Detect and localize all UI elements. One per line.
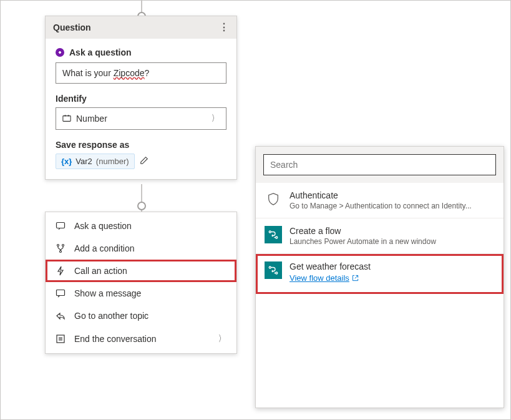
menu-item-go-to-another-topic[interactable]: Go to another topic xyxy=(46,305,236,327)
variable-chip[interactable]: {x} Var2 (number) xyxy=(56,154,135,169)
svg-point-7 xyxy=(269,231,271,233)
ask-question-label-row: Ask a question xyxy=(56,47,226,57)
menu-item-label: Show a message xyxy=(74,288,141,298)
flyout-item-subtitle: Launches Power Automate in a new window xyxy=(290,237,436,246)
flyout-item-title: Authenticate xyxy=(290,190,472,200)
svg-rect-0 xyxy=(63,116,71,122)
add-node-menu: Ask a questionAdd a conditionCall an act… xyxy=(45,212,237,354)
menu-item-label: Ask a question xyxy=(74,221,132,231)
shield-icon xyxy=(265,190,282,208)
menu-item-label: Call an action xyxy=(74,266,127,276)
view-flow-details-link[interactable]: View flow details xyxy=(290,273,359,283)
flyout-search-container xyxy=(256,147,504,183)
flow-icon xyxy=(265,261,282,279)
identify-label: Identify xyxy=(56,94,226,104)
flyout-item-title: Create a flow xyxy=(290,226,436,236)
menu-item-call-an-action[interactable]: Call an action xyxy=(46,260,236,282)
lightning-icon xyxy=(56,266,66,276)
connector-node-mid xyxy=(137,202,146,210)
identify-select[interactable]: Number 〉 xyxy=(56,107,226,130)
action-flyout-panel: AuthenticateGo to Manage > Authenticatio… xyxy=(255,146,504,408)
menu-item-show-a-message[interactable]: Show a message xyxy=(46,282,236,305)
flyout-item-create-a-flow[interactable]: Create a flowLaunches Power Automate in … xyxy=(256,218,504,254)
svg-point-3 xyxy=(62,245,64,247)
chat-icon xyxy=(56,221,66,231)
edit-variable-icon[interactable] xyxy=(140,156,148,167)
svg-rect-5 xyxy=(57,290,65,296)
more-options-icon[interactable]: ⋮ xyxy=(219,22,229,32)
redo-icon xyxy=(56,311,66,321)
message-icon xyxy=(56,288,66,298)
svg-rect-1 xyxy=(57,223,65,228)
flyout-item-title: Get weather forecast xyxy=(290,261,371,271)
svg-point-8 xyxy=(276,237,278,238)
svg-point-9 xyxy=(269,266,271,268)
menu-item-label: End the conversation xyxy=(74,334,157,344)
flyout-item-get-weather-forecast[interactable]: Get weather forecastView flow details xyxy=(256,254,504,294)
ask-question-label: Ask a question xyxy=(69,47,132,57)
flow-icon xyxy=(265,226,282,243)
flyout-action-list: AuthenticateGo to Manage > Authenticatio… xyxy=(256,183,504,408)
identify-value: Number xyxy=(76,114,107,124)
save-response-label: Save response as xyxy=(56,140,226,150)
menu-item-end-the-conversation[interactable]: End the conversation〉 xyxy=(46,327,236,351)
flyout-item-subtitle: Go to Manage > Authentication to connect… xyxy=(290,202,472,210)
question-card-header: Question ⋮ xyxy=(46,16,236,39)
question-card-title: Question xyxy=(53,22,91,32)
entity-icon xyxy=(62,114,71,123)
svg-point-2 xyxy=(57,245,59,247)
external-link-icon xyxy=(352,275,359,281)
flyout-search-input[interactable] xyxy=(263,154,496,175)
variable-name: Var2 xyxy=(75,157,92,166)
question-node-card: Question ⋮ Ask a question What is your Z… xyxy=(45,16,237,180)
question-text-input[interactable]: What is your Zipcode? xyxy=(56,62,226,84)
variable-type: (number) xyxy=(96,157,129,166)
chevron-right-icon: 〉 xyxy=(212,113,218,124)
svg-point-10 xyxy=(276,272,278,274)
menu-item-ask-a-question[interactable]: Ask a question xyxy=(46,215,236,237)
question-bullet-icon xyxy=(56,48,64,57)
variable-icon: {x} xyxy=(61,157,72,166)
list-icon xyxy=(56,334,66,344)
chevron-right-icon: 〉 xyxy=(218,333,225,344)
svg-point-4 xyxy=(60,251,62,253)
branch-icon xyxy=(56,243,66,253)
flyout-item-authenticate[interactable]: AuthenticateGo to Manage > Authenticatio… xyxy=(256,183,504,218)
menu-item-label: Go to another topic xyxy=(74,311,148,321)
menu-item-label: Add a condition xyxy=(74,243,135,253)
authoring-canvas: Question ⋮ Ask a question What is your Z… xyxy=(0,0,511,420)
menu-item-add-a-condition[interactable]: Add a condition xyxy=(46,237,236,260)
